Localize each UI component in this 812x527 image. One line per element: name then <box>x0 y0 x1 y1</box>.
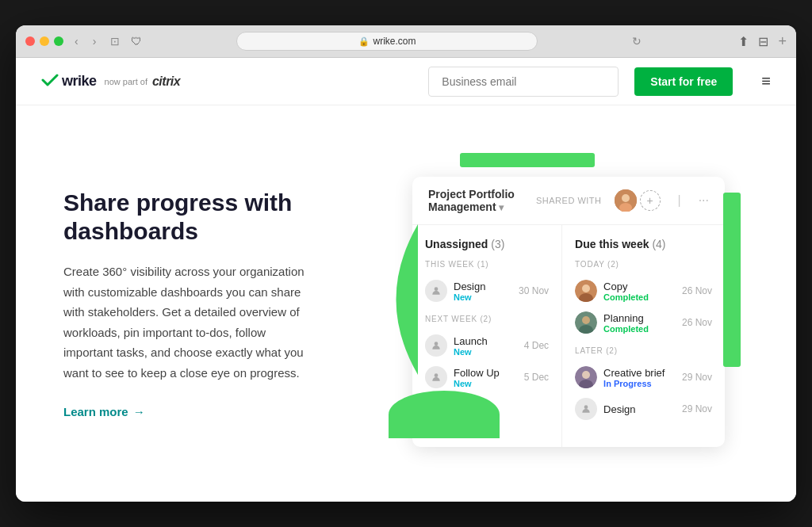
task-avatar-icon <box>575 398 597 420</box>
wrike-checkmark-icon <box>41 72 59 90</box>
back-button[interactable]: ‹ <box>71 33 82 49</box>
table-row: Planning Completed 26 Nov <box>575 307 712 338</box>
traffic-lights <box>25 36 63 46</box>
task-date: 29 Nov <box>682 403 712 414</box>
window-toggle-button[interactable]: ⊡ <box>107 33 123 49</box>
task-avatar-icon <box>425 366 447 388</box>
add-avatar-button[interactable]: + <box>640 190 661 211</box>
task-name: Follow Up <box>454 367 518 379</box>
task-date: 5 Dec <box>524 372 549 383</box>
col-due-heading: Due this week (4) <box>575 238 712 250</box>
task-date: 26 Nov <box>682 317 712 328</box>
svg-point-10 <box>582 316 590 324</box>
section-today: TODAY (2) <box>575 260 712 269</box>
task-avatar-icon <box>425 280 447 302</box>
main-heading: Share progress with dashboards <box>63 189 317 246</box>
task-name: Copy <box>603 281 676 292</box>
task-status: Completed <box>603 292 676 302</box>
learn-more-text: Learn more <box>63 405 128 418</box>
task-name: Design <box>603 403 676 415</box>
section-next-week: NEXT WEEK (2) <box>425 315 549 323</box>
task-info: Follow Up New <box>454 367 518 388</box>
task-info: Creative brief In Progress <box>603 367 676 388</box>
svg-point-15 <box>584 405 588 409</box>
section-this-week: THIS WEEK (1) <box>425 260 549 269</box>
arrow-icon: → <box>133 405 145 418</box>
left-content: Share progress with dashboards Create 36… <box>63 189 317 418</box>
svg-point-5 <box>435 373 439 377</box>
email-input[interactable] <box>428 67 619 97</box>
avatar-group: + <box>615 189 661 212</box>
task-name: Design <box>454 281 512 292</box>
task-status: New <box>454 347 518 357</box>
task-date: 4 Dec <box>524 340 549 351</box>
svg-point-3 <box>435 287 439 291</box>
green-bar-right <box>723 193 741 367</box>
table-row: Launch New 4 Dec <box>425 330 549 361</box>
avatar-1 <box>615 189 637 212</box>
task-avatar-woman <box>575 280 597 302</box>
maximize-button[interactable] <box>54 36 63 46</box>
hamburger-menu-icon[interactable]: ≡ <box>761 72 771 90</box>
task-avatar-woman2 <box>575 366 597 388</box>
table-row: Design New 30 Nov <box>425 275 549 307</box>
close-button[interactable] <box>25 36 35 46</box>
svg-point-1 <box>622 194 630 202</box>
logo-area: wrike now part of citrix <box>41 72 180 90</box>
task-status: New <box>454 379 518 388</box>
section-later: LATER (2) <box>575 346 712 355</box>
add-tab-icon[interactable]: + <box>778 33 787 50</box>
learn-more-link[interactable]: Learn more → <box>63 405 317 418</box>
forward-button[interactable]: › <box>90 33 100 49</box>
table-row: Creative brief In Progress 29 Nov <box>575 361 712 393</box>
task-name: Planning <box>603 312 676 324</box>
task-date: 29 Nov <box>682 372 712 383</box>
main-description: Create 360° visibility across your organ… <box>63 262 317 383</box>
minimize-button[interactable] <box>40 36 49 46</box>
refresh-button[interactable]: ↻ <box>629 33 645 49</box>
task-date: 30 Nov <box>519 285 549 296</box>
green-bar-top <box>460 153 595 167</box>
task-date: 26 Nov <box>682 285 712 296</box>
task-avatar-icon <box>425 334 447 357</box>
wrike-brand-text: wrike <box>62 73 97 90</box>
more-options-button[interactable]: ··· <box>699 193 709 208</box>
task-status: In Progress <box>603 379 676 388</box>
url-bar[interactable]: 🔒 wrike.com <box>236 32 538 51</box>
card-header: Project Portfolio Management ▾ SHARED WI… <box>412 177 725 225</box>
citrix-text: citrix <box>152 74 180 89</box>
green-shape-bottom <box>389 391 500 438</box>
task-info: Launch New <box>454 335 518 357</box>
task-avatar-man <box>575 311 597 334</box>
shield-icon: 🛡 <box>131 35 142 48</box>
card-title: Project Portfolio Management ▾ <box>428 188 523 213</box>
svg-point-13 <box>582 371 590 379</box>
site-content: Share progress with dashboards Create 36… <box>16 105 796 502</box>
browser-topbar: ‹ › ⊡ 🛡 🔒 wrike.com ↻ ⬆ ⊟ + <box>16 25 796 58</box>
task-status: New <box>454 292 512 302</box>
task-info: Design New <box>454 281 512 302</box>
share-icon[interactable]: ⬆ <box>738 34 749 49</box>
shared-with-label: SHARED WITH <box>536 196 602 205</box>
green-shape-left <box>374 224 418 378</box>
now-part-of-text: now part of <box>105 77 147 86</box>
grid-icon[interactable]: ⊟ <box>758 34 768 49</box>
task-info: Copy Completed <box>603 281 676 302</box>
start-for-free-button[interactable]: Start for free <box>634 67 733 96</box>
task-status: Completed <box>603 324 676 334</box>
wrike-logo[interactable]: wrike <box>41 72 97 90</box>
table-row: Copy Completed 26 Nov <box>575 275 712 307</box>
task-info: Planning Completed <box>603 312 676 334</box>
table-row: Design 29 Nov <box>575 393 712 425</box>
col-unassigned-heading: Unassigned (3) <box>425 238 549 250</box>
svg-point-4 <box>435 342 439 346</box>
card-title-arrow[interactable]: ▾ <box>499 202 504 213</box>
lock-icon: 🔒 <box>358 36 370 47</box>
url-text: wrike.com <box>373 36 416 47</box>
task-info: Design <box>603 403 676 415</box>
column-due-this-week: Due this week (4) TODAY (2) <box>562 225 725 447</box>
browser-window: ‹ › ⊡ 🛡 🔒 wrike.com ↻ ⬆ ⊟ + <box>16 25 796 502</box>
svg-point-7 <box>582 285 590 292</box>
dashboard-preview: Project Portfolio Management ▾ SHARED WI… <box>365 153 749 454</box>
task-name: Creative brief <box>603 367 676 379</box>
